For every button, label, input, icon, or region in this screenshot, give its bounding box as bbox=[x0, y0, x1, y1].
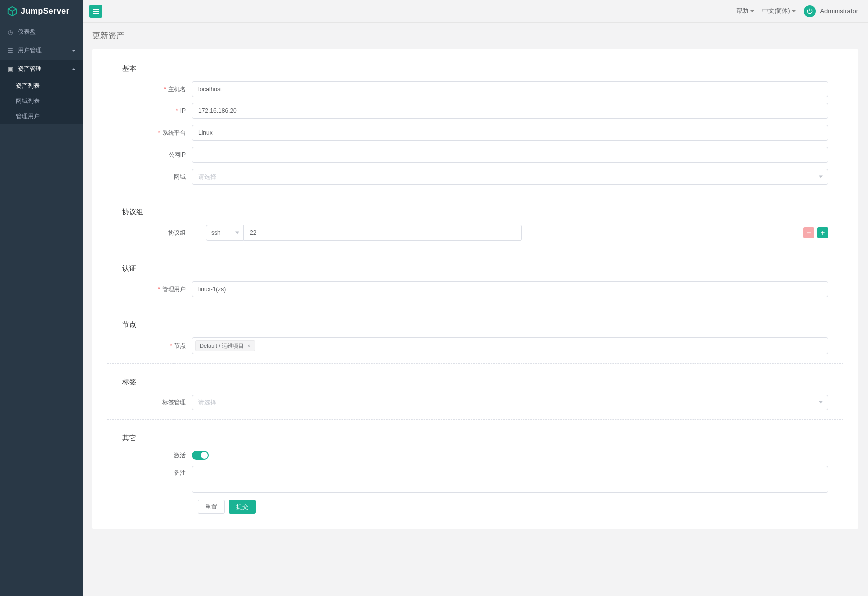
form-actions: 重置 提交 bbox=[198, 500, 828, 514]
label-domain: 网域 bbox=[122, 173, 192, 181]
help-label: 帮助 bbox=[736, 7, 748, 15]
help-link[interactable]: 帮助 bbox=[736, 7, 754, 15]
section-other: 其它 bbox=[122, 429, 828, 448]
row-tag: 标签管理 请选择 bbox=[122, 395, 828, 410]
sidebar-item-label: 仪表盘 bbox=[18, 28, 36, 36]
logo-text: JumpServer bbox=[21, 7, 70, 16]
row-comment: 备注 bbox=[122, 466, 828, 494]
avatar bbox=[804, 5, 816, 17]
chevron-down-icon bbox=[750, 10, 754, 12]
topbar-right: 帮助 中文(简体) Administrator bbox=[736, 5, 861, 17]
sidebar-item-label: 用户管理 bbox=[18, 46, 42, 55]
divider bbox=[107, 194, 843, 194]
row-active: 激活 bbox=[122, 451, 828, 460]
language-selector[interactable]: 中文(简体) bbox=[762, 7, 796, 15]
logo[interactable]: JumpServer bbox=[0, 0, 83, 23]
node-tag-label: Default / 运维项目 bbox=[200, 342, 244, 350]
protocol-port-input[interactable] bbox=[244, 225, 522, 241]
close-icon[interactable]: × bbox=[246, 343, 252, 349]
node-tag: Default / 运维项目 × bbox=[195, 340, 255, 351]
protocol-name-select[interactable]: ssh bbox=[206, 225, 244, 241]
divider bbox=[107, 419, 843, 420]
label-node: 节点 bbox=[122, 342, 192, 350]
chevron-down-icon bbox=[235, 232, 239, 234]
sidebar-item-dashboard[interactable]: ◷ 仪表盘 bbox=[0, 23, 83, 41]
sidebar-item-label: 资产管理 bbox=[18, 65, 42, 73]
form-card: 基本 主机名 IP 系统平台 公网IP 网域 请选择 协议 bbox=[92, 49, 858, 529]
remove-protocol-button[interactable]: − bbox=[803, 227, 814, 238]
label-platform: 系统平台 bbox=[122, 129, 192, 137]
sidebar-subitem-domain-list[interactable]: 网域列表 bbox=[0, 94, 83, 109]
user-name: Administrator bbox=[820, 7, 858, 15]
row-domain: 网域 请选择 bbox=[122, 169, 828, 185]
main: 帮助 中文(简体) Administrator 更新资产 基本 主机名 IP bbox=[83, 0, 868, 529]
admin-user-input[interactable] bbox=[192, 281, 828, 297]
power-icon bbox=[806, 8, 813, 15]
page-title: 更新资产 bbox=[83, 23, 868, 49]
submit-button[interactable]: 提交 bbox=[229, 500, 256, 514]
label-comment: 备注 bbox=[122, 466, 192, 477]
tag-placeholder: 请选择 bbox=[198, 398, 216, 407]
row-platform: 系统平台 bbox=[122, 125, 828, 141]
language-label: 中文(简体) bbox=[762, 7, 790, 15]
tag-select[interactable]: 请选择 bbox=[192, 395, 828, 410]
divider bbox=[107, 250, 843, 250]
ip-input[interactable] bbox=[192, 103, 828, 119]
section-tag: 标签 bbox=[122, 373, 828, 392]
section-protocol: 协议组 bbox=[122, 203, 828, 222]
sidebar-subitem-label: 资产列表 bbox=[16, 82, 40, 89]
label-ip: IP bbox=[122, 107, 192, 114]
section-auth: 认证 bbox=[122, 259, 828, 278]
sidebar-subitem-label: 管理用户 bbox=[16, 113, 40, 120]
sidebar-toggle-button[interactable] bbox=[89, 5, 102, 18]
row-ip: IP bbox=[122, 103, 828, 119]
platform-input[interactable] bbox=[192, 125, 828, 141]
row-public-ip: 公网IP bbox=[122, 147, 828, 163]
label-active: 激活 bbox=[122, 451, 192, 460]
users-icon: ☰ bbox=[7, 47, 14, 54]
chevron-down-icon bbox=[792, 10, 796, 12]
row-hostname: 主机名 bbox=[122, 81, 828, 97]
user-menu[interactable]: Administrator bbox=[804, 5, 861, 17]
sidebar-item-user-mgmt[interactable]: ☰ 用户管理 bbox=[0, 41, 83, 60]
sidebar-subitem-admin-user[interactable]: 管理用户 bbox=[0, 109, 83, 124]
chevron-down-icon bbox=[819, 401, 823, 404]
active-switch[interactable] bbox=[192, 451, 209, 460]
sidebar: JumpServer ◷ 仪表盘 ☰ 用户管理 ▣ 资产管理 资产列表 网域列表… bbox=[0, 0, 83, 539]
divider bbox=[107, 306, 843, 306]
sidebar-submenu-asset: 资产列表 网域列表 管理用户 bbox=[0, 78, 83, 124]
comment-textarea[interactable] bbox=[192, 466, 828, 493]
asset-icon: ▣ bbox=[7, 66, 14, 73]
label-public-ip: 公网IP bbox=[122, 151, 192, 159]
row-protocol: 协议组 ssh − + bbox=[122, 225, 828, 241]
row-node: 节点 Default / 运维项目 × bbox=[122, 337, 828, 354]
dashboard-icon: ◷ bbox=[7, 29, 14, 36]
label-admin-user: 管理用户 bbox=[122, 285, 192, 294]
domain-placeholder: 请选择 bbox=[198, 173, 216, 181]
logo-icon bbox=[7, 6, 18, 17]
sidebar-subitem-label: 网域列表 bbox=[16, 98, 40, 104]
chevron-down-icon bbox=[819, 176, 823, 178]
protocol-name-value: ssh bbox=[211, 229, 221, 236]
sidebar-subitem-asset-list[interactable]: 资产列表 bbox=[0, 78, 83, 94]
label-protocol: 协议组 bbox=[122, 229, 192, 237]
protocol-row: ssh − + bbox=[192, 225, 828, 241]
add-protocol-button[interactable]: + bbox=[817, 227, 828, 238]
hostname-input[interactable] bbox=[192, 81, 828, 97]
reset-button[interactable]: 重置 bbox=[198, 500, 225, 514]
section-node: 节点 bbox=[122, 315, 828, 334]
label-tag: 标签管理 bbox=[122, 398, 192, 407]
row-admin-user: 管理用户 bbox=[122, 281, 828, 297]
label-hostname: 主机名 bbox=[122, 85, 192, 94]
topbar: 帮助 中文(简体) Administrator bbox=[83, 0, 868, 23]
sidebar-item-asset-mgmt[interactable]: ▣ 资产管理 bbox=[0, 60, 83, 78]
protocol-actions: − + bbox=[803, 227, 828, 238]
public-ip-input[interactable] bbox=[192, 147, 828, 163]
divider bbox=[107, 363, 843, 364]
node-select[interactable]: Default / 运维项目 × bbox=[192, 337, 828, 354]
section-basic: 基本 bbox=[122, 59, 828, 78]
domain-select[interactable]: 请选择 bbox=[192, 169, 828, 185]
